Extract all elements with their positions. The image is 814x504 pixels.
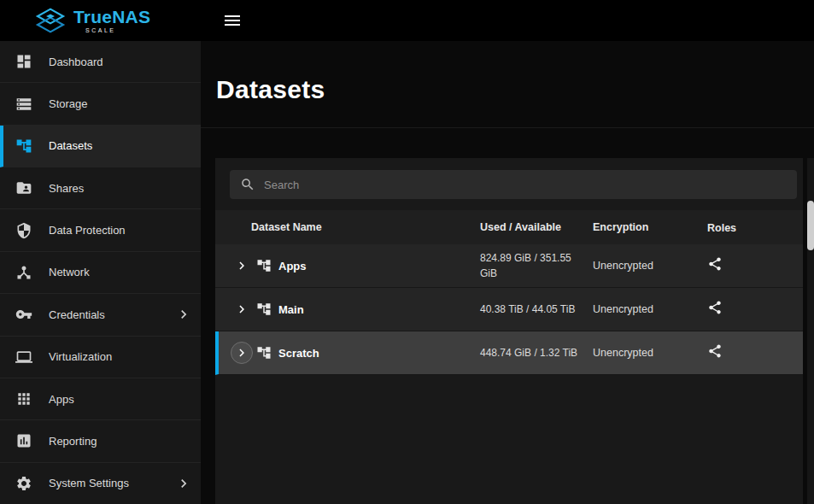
share-icon[interactable] [707, 300, 724, 317]
datasets-tree-icon [15, 138, 32, 155]
dataset-name: Main [278, 303, 304, 316]
sidebar-item-label: Datasets [49, 139, 92, 152]
used-available-value: 448.74 GiB / 1.32 TiB [480, 345, 584, 360]
network-hub-icon [15, 264, 32, 281]
expand-chevron-icon[interactable] [231, 342, 253, 364]
dashboard-icon [15, 53, 32, 70]
sidebar-item-label: Shares [49, 182, 84, 195]
shield-icon [15, 222, 32, 239]
truenas-logo[interactable]: TrueNAS SCALE [0, 0, 201, 41]
key-icon [15, 306, 32, 323]
page-header: Datasets [201, 41, 814, 128]
sidebar-item-label: Data Protection [49, 224, 126, 237]
encryption-status: Unencrypted [593, 347, 707, 359]
share-icon[interactable] [707, 343, 724, 360]
brand-text: TrueNAS SCALE [73, 8, 150, 33]
bar-chart-icon [15, 432, 32, 449]
scrollbar-track[interactable] [807, 158, 814, 504]
dataset-name: Scratch [278, 347, 319, 360]
dataset-icon [256, 302, 272, 317]
header-roles: Roles [707, 222, 736, 234]
sidebar: Dashboard Storage Datasets Shares Data P [0, 41, 201, 504]
hamburger-menu-icon[interactable] [220, 10, 245, 31]
sidebar-item-virtualization[interactable]: Virtualization [0, 337, 201, 378]
encryption-status: Unencrypted [593, 260, 707, 272]
monitor-icon [15, 349, 32, 366]
sidebar-item-label: Network [49, 266, 90, 278]
sidebar-item-reporting[interactable]: Reporting [0, 420, 201, 462]
chevron-right-icon [175, 306, 192, 323]
sidebar-item-network[interactable]: Network [0, 252, 201, 294]
sidebar-item-storage[interactable]: Storage [0, 83, 201, 125]
shared-folder-icon [15, 179, 32, 196]
sidebar-item-label: Apps [49, 393, 74, 406]
sidebar-item-shares[interactable]: Shares [0, 167, 201, 209]
search-icon [240, 177, 255, 192]
expand-chevron-icon[interactable] [231, 298, 253, 320]
used-available-value: 40.38 TiB / 44.05 TiB [480, 302, 584, 317]
app-shell: Dashboard Storage Datasets Shares Data P [0, 41, 814, 504]
sidebar-item-label: Virtualization [49, 350, 112, 363]
brand-subtitle: SCALE [85, 27, 150, 33]
dataset-icon [256, 258, 272, 273]
top-bar: TrueNAS SCALE [0, 0, 814, 41]
datasets-panel: Dataset Name Used / Available Encryption… [215, 158, 803, 504]
encryption-status: Unencrypted [593, 303, 707, 315]
sidebar-item-label: Credentials [49, 308, 105, 321]
table-header-row: Dataset Name Used / Available Encryption… [215, 210, 803, 244]
sidebar-item-datasets[interactable]: Datasets [0, 126, 201, 167]
chevron-right-icon [175, 475, 192, 492]
sidebar-item-label: System Settings [49, 477, 129, 489]
page-title: Datasets [216, 75, 814, 104]
share-icon[interactable] [707, 256, 724, 273]
dataset-name: Apps [278, 260, 307, 273]
header-dataset-name: Dataset Name [231, 221, 322, 233]
scrollbar-thumb[interactable] [807, 201, 814, 250]
header-encryption: Encryption [593, 221, 648, 233]
apps-grid-icon [15, 390, 32, 407]
storage-icon [15, 96, 32, 113]
sidebar-item-data-protection[interactable]: Data Protection [0, 209, 201, 251]
main-content: Datasets Dataset Name Used / Available E… [201, 41, 814, 504]
truenas-logo-icon [34, 8, 67, 33]
table-row[interactable]: Apps 824.89 GiB / 351.55 GiB Unencrypted [215, 244, 803, 288]
search-input[interactable] [264, 179, 787, 191]
dataset-icon [256, 345, 272, 360]
datasets-table: Dataset Name Used / Available Encryption… [215, 210, 803, 375]
brand-name: TrueNAS [73, 8, 150, 26]
sidebar-item-label: Storage [49, 97, 88, 110]
expand-chevron-icon[interactable] [231, 255, 253, 277]
sidebar-item-dashboard[interactable]: Dashboard [0, 41, 201, 83]
used-available-value: 824.89 GiB / 351.55 GiB [480, 250, 584, 281]
header-used-available: Used / Available [480, 221, 561, 233]
sidebar-item-system-settings[interactable]: System Settings [0, 463, 201, 504]
sidebar-item-apps[interactable]: Apps [0, 378, 201, 420]
sidebar-item-label: Dashboard [49, 56, 103, 68]
gear-icon [15, 475, 32, 492]
sidebar-item-label: Reporting [49, 435, 97, 448]
sidebar-item-credentials[interactable]: Credentials [0, 294, 201, 336]
table-row-selected[interactable]: Scratch 448.74 GiB / 1.32 TiB Unencrypte… [215, 331, 803, 375]
search-bar[interactable] [230, 170, 797, 199]
table-row[interactable]: Main 40.38 TiB / 44.05 TiB Unencrypted [215, 288, 803, 331]
